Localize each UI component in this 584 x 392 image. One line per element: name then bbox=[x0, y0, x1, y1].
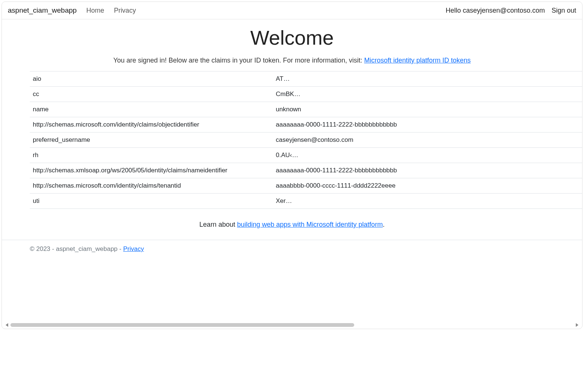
table-row: nameunknown bbox=[30, 102, 582, 117]
brand-link[interactable]: aspnet_ciam_webapp bbox=[8, 6, 77, 15]
copyright-text: © 2023 - aspnet_ciam_webapp - bbox=[30, 245, 123, 252]
learn-suffix: . bbox=[383, 221, 385, 228]
claim-key: http://schemas.microsoft.com/identity/cl… bbox=[30, 178, 273, 194]
claim-value: aaaaaaaa-0000-1111-2222-bbbbbbbbbbbb bbox=[273, 163, 582, 178]
claim-value: caseyjensen@contoso.com bbox=[273, 133, 582, 148]
table-row: ccCmBK… bbox=[30, 87, 582, 102]
claim-key: rh bbox=[30, 148, 273, 163]
user-email: caseyjensen@contoso.com bbox=[463, 7, 545, 14]
learn-more: Learn about building web apps with Micro… bbox=[2, 221, 582, 229]
id-tokens-link[interactable]: Microsoft identity platform ID tokens bbox=[364, 57, 471, 64]
table-row: utiXer… bbox=[30, 194, 582, 209]
claim-value: CmBK… bbox=[273, 87, 582, 102]
footer: © 2023 - aspnet_ciam_webapp - Privacy bbox=[2, 240, 582, 258]
hello-prefix: Hello bbox=[446, 7, 463, 14]
table-row: http://schemas.microsoft.com/identity/cl… bbox=[30, 117, 582, 133]
table-row: aioAT… bbox=[30, 71, 582, 87]
navbar: aspnet_ciam_webapp Home Privacy Hello ca… bbox=[2, 2, 582, 19]
nav-home[interactable]: Home bbox=[86, 7, 104, 15]
claim-value: AT… bbox=[273, 71, 582, 87]
main-content: Welcome You are signed in! Below are the… bbox=[2, 19, 582, 229]
signout-link[interactable]: Sign out bbox=[552, 7, 576, 15]
table-row: http://schemas.xmlsoap.org/ws/2005/05/id… bbox=[30, 163, 582, 178]
claim-key: cc bbox=[30, 87, 273, 102]
hello-user[interactable]: Hello caseyjensen@contoso.com bbox=[446, 7, 545, 15]
table-row: http://schemas.microsoft.com/identity/cl… bbox=[30, 178, 582, 194]
claims-table: aioAT…ccCmBK…nameunknownhttp://schemas.m… bbox=[30, 71, 582, 209]
learn-more-link[interactable]: building web apps with Microsoft identit… bbox=[237, 221, 383, 228]
page-title: Welcome bbox=[2, 26, 582, 49]
scroll-thumb[interactable] bbox=[10, 323, 354, 327]
scroll-right-icon[interactable] bbox=[576, 323, 578, 327]
footer-privacy-link[interactable]: Privacy bbox=[123, 245, 144, 252]
claim-value: 0.AU‹… bbox=[273, 148, 582, 163]
table-row: preferred_usernamecaseyjensen@contoso.co… bbox=[30, 133, 582, 148]
claim-key: name bbox=[30, 102, 273, 117]
navbar-left: aspnet_ciam_webapp Home Privacy bbox=[8, 6, 136, 15]
learn-prefix: Learn about bbox=[199, 221, 237, 228]
scroll-left-icon[interactable] bbox=[6, 323, 8, 327]
intro-text: You are signed in! Below are the claims … bbox=[2, 57, 582, 64]
claim-value: aaaaaaaa-0000-1111-2222-bbbbbbbbbbbb bbox=[273, 117, 582, 133]
app-window: aspnet_ciam_webapp Home Privacy Hello ca… bbox=[1, 1, 583, 329]
table-row: rh0.AU‹… bbox=[30, 148, 582, 163]
claim-key: aio bbox=[30, 71, 273, 87]
claim-key: http://schemas.microsoft.com/identity/cl… bbox=[30, 117, 273, 133]
claim-key: preferred_username bbox=[30, 133, 273, 148]
claim-key: uti bbox=[30, 194, 273, 209]
claim-value: Xer… bbox=[273, 194, 582, 209]
nav-privacy[interactable]: Privacy bbox=[114, 7, 136, 15]
claim-value: aaaabbbb-0000-cccc-1111-dddd2222eeee bbox=[273, 178, 582, 194]
claim-value: unknown bbox=[273, 102, 582, 117]
horizontal-scrollbar[interactable] bbox=[6, 323, 578, 327]
intro-prefix: You are signed in! Below are the claims … bbox=[113, 57, 364, 64]
navbar-right: Hello caseyjensen@contoso.com Sign out bbox=[446, 7, 576, 15]
claim-key: http://schemas.xmlsoap.org/ws/2005/05/id… bbox=[30, 163, 273, 178]
